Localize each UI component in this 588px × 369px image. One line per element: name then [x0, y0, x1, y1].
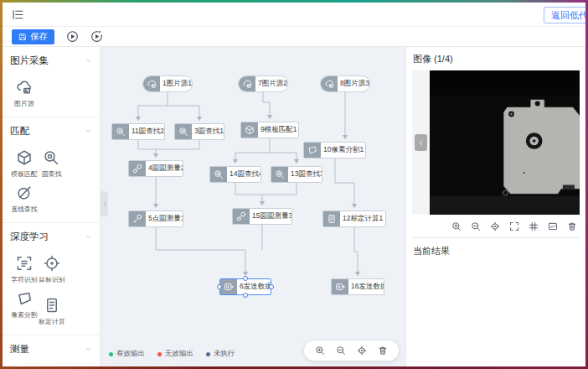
- flow-node[interactable]: 4圆圆测量2: [128, 160, 183, 177]
- image-source-icon: [239, 76, 255, 91]
- image-locate-button[interactable]: [490, 221, 500, 231]
- calibration-calc-icon: [44, 297, 60, 314]
- circle-find-icon: [175, 124, 192, 139]
- trash-icon: [567, 221, 577, 231]
- trash-icon: [378, 346, 388, 356]
- save-button[interactable]: 保存: [12, 29, 54, 44]
- target-detect-icon: [44, 255, 60, 272]
- compare-icon: [548, 221, 558, 231]
- flow-node[interactable]: 7图片源2: [238, 75, 288, 92]
- image-nav-strip: [412, 70, 430, 215]
- red-dot-icon: [157, 352, 162, 356]
- zoom-out-icon: [336, 346, 346, 356]
- run-button[interactable]: [65, 30, 79, 44]
- flow-node[interactable]: 15圆圆测量3: [232, 208, 292, 225]
- sidebar-section-deep-learning: 深度学习 字符识别 目标识别: [3, 223, 100, 335]
- sidebar-item-circle-find[interactable]: 圆查找: [38, 144, 65, 179]
- menu-fold-icon[interactable]: [11, 8, 24, 21]
- sidebar-item-calibration-calc[interactable]: 标定计算: [38, 292, 65, 327]
- camera-image: [430, 70, 580, 215]
- flow-node[interactable]: 11圆查找2: [111, 123, 165, 140]
- send-data-icon: [332, 279, 348, 294]
- back-to-lowcode-button[interactable]: 返回低代: [544, 7, 585, 23]
- flow-node[interactable]: 8图片源3: [320, 75, 370, 92]
- chevron-down-icon: [85, 57, 92, 65]
- flow-node[interactable]: 1图片源1: [142, 75, 193, 92]
- image-zoom-in-button[interactable]: [451, 221, 462, 231]
- circle-circle-measure-icon: [129, 161, 146, 176]
- image-delete-button[interactable]: [567, 221, 577, 231]
- circle-circle-measure-icon: [233, 209, 250, 224]
- locate-icon: [357, 346, 367, 356]
- section-header[interactable]: 深度学习: [10, 229, 92, 250]
- image-source-icon: [143, 76, 160, 91]
- zoom-in-icon: [451, 221, 462, 231]
- flow-node[interactable]: 12标定计算1: [322, 210, 386, 227]
- node-handle-left[interactable]: [217, 284, 222, 289]
- sidebar-item-ocr[interactable]: 字符识别: [10, 250, 38, 285]
- sidebar-item-line-find[interactable]: 直线查找: [10, 179, 38, 215]
- grid-icon: [529, 221, 539, 231]
- sidebar-item-target-detect[interactable]: 目标识别: [38, 250, 65, 285]
- image-panel-title: 图像 (1/4): [412, 52, 580, 70]
- ocr-icon: [16, 255, 33, 272]
- node-handle-bottom[interactable]: [243, 293, 248, 298]
- save-button-label: 保存: [30, 31, 48, 43]
- collapse-sidebar-handle[interactable]: [101, 191, 108, 216]
- chevron-left-icon: [417, 139, 425, 147]
- flow-node[interactable]: 9模板匹配1: [240, 122, 299, 138]
- zoom-out-icon: [471, 221, 481, 231]
- image-compare-button[interactable]: [548, 221, 558, 231]
- frame-border-left: [0, 0, 3, 369]
- sidebar-item-pixel-segment[interactable]: 像素分割: [10, 285, 38, 327]
- section-header[interactable]: 匹配: [10, 123, 92, 144]
- image-source-icon: [15, 79, 32, 96]
- flow-node[interactable]: 16发送数据2: [331, 278, 384, 295]
- locate-button[interactable]: [357, 346, 367, 356]
- gray-dot-icon: [206, 352, 210, 356]
- current-result-section: 当前结果: [412, 237, 580, 366]
- image-fullscreen-button[interactable]: [509, 221, 519, 231]
- image-zoom-out-button[interactable]: [471, 221, 481, 231]
- flow-node[interactable]: 10像素分割1: [303, 142, 366, 159]
- chevron-down-icon: [85, 233, 92, 241]
- section-header[interactable]: 测量: [10, 341, 92, 362]
- flow-edges: [101, 47, 405, 366]
- section-title: 测量: [10, 343, 29, 356]
- section-title: 深度学习: [10, 231, 49, 243]
- circle-find-icon: [43, 149, 59, 166]
- prev-image-button[interactable]: [415, 134, 427, 151]
- zoom-out-button[interactable]: [336, 346, 346, 356]
- image-source-icon: [321, 76, 338, 91]
- flow-node[interactable]: 14圆查找4: [209, 166, 261, 183]
- image-preview-area: [412, 70, 580, 215]
- action-toolbar: 保存: [3, 27, 585, 47]
- preview-image[interactable]: [430, 70, 580, 215]
- image-grid-button[interactable]: [529, 221, 539, 231]
- sidebar-item-template-match[interactable]: 模板匹配: [10, 144, 38, 179]
- flow-node-selected[interactable]: 6发送数据1: [219, 278, 271, 295]
- sidebar-item-image-source[interactable]: 图片源: [10, 74, 38, 109]
- run-once-button[interactable]: [90, 30, 103, 44]
- section-header[interactable]: 图片采集: [10, 53, 92, 74]
- template-match-icon: [241, 122, 258, 138]
- chevron-down-icon: [85, 346, 92, 353]
- tool-sidebar: 图片采集 图片源 匹配: [3, 47, 101, 366]
- flow-node[interactable]: 5点圆测量1: [128, 210, 183, 227]
- node-handle-right[interactable]: [269, 284, 274, 289]
- legend-invalid-output: 无效输出: [157, 349, 193, 359]
- zoom-in-button[interactable]: [315, 346, 325, 356]
- section-title: 匹配: [10, 125, 29, 138]
- legend-not-run: 未执行: [206, 349, 235, 359]
- flow-node[interactable]: 3圆查找1: [174, 123, 224, 140]
- delete-button[interactable]: [378, 346, 388, 356]
- pixel-segment-icon: [304, 143, 321, 158]
- flow-node[interactable]: 13圆查找3: [271, 166, 322, 183]
- pixel-segment-icon: [16, 290, 33, 307]
- line-find-icon: [16, 184, 33, 201]
- sidebar-section-match: 匹配 模板匹配 圆查找 直: [3, 117, 100, 223]
- legend-valid-output: 有效输出: [109, 349, 145, 359]
- node-handle-top[interactable]: [243, 276, 248, 281]
- circle-find-icon: [210, 167, 227, 182]
- flow-canvas[interactable]: 1图片源1 7图片源2 8图片源3 11圆查找2 3圆查找1: [101, 47, 405, 366]
